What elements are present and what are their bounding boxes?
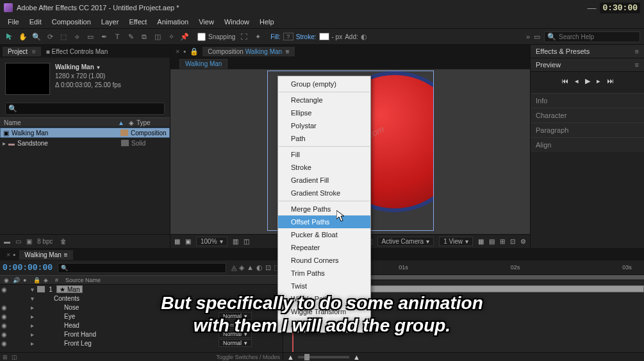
eye-row[interactable]: ◉▸EyeNormal▾ [0, 312, 283, 321]
last-frame-icon[interactable]: ⏭ [607, 77, 614, 85]
mask-icon[interactable]: ◫ [244, 238, 249, 245]
stroke-swatch[interactable] [319, 33, 329, 40]
head-row[interactable]: ◉▸HeadNormal▾ [0, 321, 283, 330]
bpc-label[interactable]: 8 bpc [37, 238, 53, 245]
search-help-input[interactable] [559, 33, 637, 40]
cm-path[interactable]: Path [278, 132, 370, 145]
view-dropdown[interactable]: 1 View▾ [439, 237, 473, 246]
res-icon[interactable]: ▣ [185, 238, 191, 245]
cm-pucker-bloat[interactable]: Pucker & Bloat [278, 228, 370, 241]
new-folder-icon[interactable]: ▭ [15, 238, 21, 245]
menu-animation[interactable]: Animation [153, 17, 192, 27]
toggle-switches[interactable]: Toggle Switches / Modes [216, 354, 280, 360]
tl-icon-3[interactable]: ▲ [247, 264, 254, 272]
hand-tool-icon[interactable]: ✋ [17, 31, 29, 42]
label-swatch[interactable] [37, 286, 45, 292]
tl-icon-5[interactable]: ⊡ [265, 264, 271, 272]
timeline-tab[interactable]: Walking Man≡ [19, 250, 72, 260]
cm-gradient-stroke[interactable]: Gradient Stroke [278, 187, 370, 199]
project-item-comp[interactable]: ▣ Walking Man Composition [0, 128, 170, 138]
col-type[interactable]: Type [136, 119, 170, 126]
add-button-icon[interactable]: ◐ [361, 33, 367, 41]
delete-icon[interactable]: 🗑 [60, 238, 67, 245]
next-frame-icon[interactable]: ▸ [597, 77, 600, 85]
snap-opt1-icon[interactable]: ⛶ [238, 31, 249, 42]
tl-pin-icon[interactable]: ▪ [13, 251, 15, 258]
eraser-tool-icon[interactable]: ◫ [152, 31, 163, 42]
contents-row[interactable]: ▾Contents [0, 294, 283, 303]
cm-trim-paths[interactable]: Trim Paths [278, 267, 370, 280]
grid-icon[interactable]: ▦ [174, 238, 180, 245]
cm-stroke[interactable]: Stroke [278, 161, 370, 174]
vf2-icon[interactable]: ▤ [489, 238, 495, 245]
cm-rectangle[interactable]: Rectangle [278, 94, 370, 106]
tl-foot-icon-1[interactable]: ⊞ [3, 354, 8, 360]
comp-back-icon[interactable]: × [176, 47, 179, 55]
blend-mode-dropdown[interactable]: Normal▾ [219, 321, 252, 329]
lock-icon[interactable]: 🔒 [190, 47, 199, 56]
cm-zig-zag[interactable]: Zig Zag [278, 318, 370, 331]
blend-mode-dropdown[interactable]: Normal▾ [219, 303, 252, 311]
tl-icon-2[interactable]: ◈ [239, 264, 244, 272]
project-tab[interactable]: Project ≡ [3, 47, 41, 56]
preview-header[interactable]: Preview≡ [531, 58, 644, 72]
camera-tool-icon[interactable]: ⬚ [58, 31, 69, 42]
paragraph-section[interactable]: Paragraph [531, 122, 644, 137]
align-section[interactable]: Align [531, 137, 644, 152]
menu-edit[interactable]: Edit [26, 17, 45, 27]
blend-mode-dropdown[interactable]: Normal▾ [219, 312, 252, 320]
fill-swatch[interactable]: ? [283, 33, 293, 40]
cm-ellipse[interactable]: Ellipse [278, 106, 370, 119]
tl-icon-1[interactable]: ◬ [231, 264, 236, 272]
eye-icon[interactable]: ◉ [0, 340, 8, 347]
puppet-tool-icon[interactable]: 📌 [179, 31, 190, 42]
vf4-icon[interactable]: ⊡ [510, 238, 515, 245]
camera-dropdown[interactable]: Active Camera▾ [377, 237, 434, 246]
cm-polystar[interactable]: Polystar [278, 119, 370, 132]
layer-row[interactable]: ◉ ▾ 1 ★ Man [0, 285, 283, 294]
col-eye-icon[interactable]: ◉ [3, 277, 10, 283]
menu-file[interactable]: File [4, 17, 23, 27]
tl-icon-4[interactable]: ◐ [256, 264, 263, 272]
col-label-icon[interactable]: ▲ [116, 119, 126, 126]
eye-icon[interactable]: ◉ [0, 331, 8, 338]
first-frame-icon[interactable]: ⏮ [561, 77, 568, 85]
workspace-icon[interactable]: ▭ [534, 33, 540, 41]
selection-tool-icon[interactable] [4, 31, 15, 42]
cm-round-corners[interactable]: Round Corners [278, 254, 370, 267]
shape-layer-chip[interactable]: ★ Man [56, 285, 83, 293]
blend-mode-dropdown[interactable]: Normal▾ [219, 339, 252, 347]
menu-help[interactable]: Help [256, 17, 278, 27]
pen-tool-icon[interactable]: ✒ [98, 31, 110, 42]
col-lock-icon[interactable]: 🔒 [33, 277, 41, 283]
col-num[interactable]: # [55, 277, 63, 283]
project-item-solid[interactable]: ▸ ▬ Sandstone Solid [0, 138, 170, 148]
menu-composition[interactable]: Composition [48, 17, 95, 27]
vf1-icon[interactable]: ▦ [478, 238, 484, 245]
menu-effect[interactable]: Effect [125, 17, 151, 27]
effect-controls-tab[interactable]: ■ Effect Controls Man [41, 47, 113, 56]
roto-tool-icon[interactable]: ✧ [165, 31, 177, 42]
cm-group-empty[interactable]: Group (empty) [278, 78, 370, 90]
nose-row[interactable]: ◉▸NoseNormal▾ [0, 303, 283, 312]
info-section[interactable]: Info [531, 93, 644, 108]
cm-wiggle-paths[interactable]: Wiggle Paths [278, 292, 370, 305]
comp-tab[interactable]: Composition Walking Man ≡ [202, 47, 294, 56]
menu-layer[interactable]: Layer [97, 17, 123, 27]
blend-mode-dropdown[interactable]: Normal▾ [219, 330, 252, 338]
minimize-button[interactable]: — [587, 3, 596, 13]
col-label-icon[interactable]: ◈ [44, 277, 53, 283]
panel-menu-icon[interactable]: ≡ [32, 48, 36, 55]
effects-presets-header[interactable]: Effects & Presets≡ [531, 45, 644, 58]
label-swatch[interactable] [120, 130, 128, 136]
character-section[interactable]: Character [531, 108, 644, 122]
eye-icon[interactable]: ◉ [0, 286, 8, 293]
menu-window[interactable]: Window [220, 17, 253, 27]
fill-label[interactable]: Fill: [270, 33, 281, 40]
panbehind-tool-icon[interactable]: ⎆ [71, 31, 83, 42]
front-leg-row[interactable]: ◉▸Front LegNormal▾ [0, 339, 283, 348]
current-time[interactable]: 0:00:00:00 [3, 263, 53, 273]
interpret-icon[interactable]: ▬ [4, 238, 10, 245]
timeline-search[interactable]: 🔍 [58, 263, 226, 273]
rotate-tool-icon[interactable]: ⟳ [44, 31, 56, 42]
